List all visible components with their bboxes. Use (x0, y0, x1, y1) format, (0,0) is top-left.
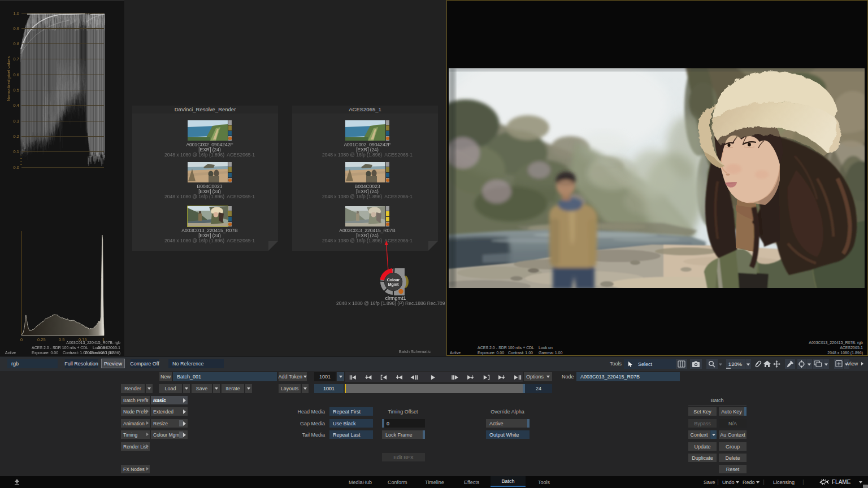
svg-text:Mgmt: Mgmt (388, 282, 399, 287)
svg-text:120%: 120% (728, 361, 743, 367)
svg-text:Colour: Colour (387, 278, 400, 282)
